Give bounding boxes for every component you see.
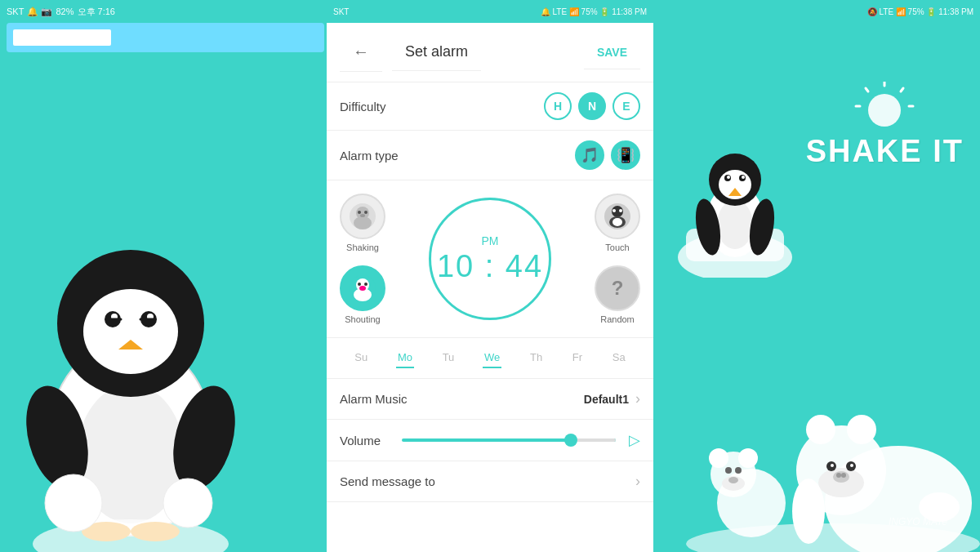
left-battery: 82% (56, 7, 74, 16)
shaking-icon (340, 194, 385, 239)
status-bar-right: 🔕 LTE 📶 75% 🔋 11:38 PM (653, 0, 980, 23)
alarm-music-chevron-icon: › (635, 390, 640, 407)
svg-line-39 (866, 88, 868, 91)
svg-point-29 (359, 286, 366, 291)
day-fr[interactable]: Fr (571, 348, 584, 368)
alarm-type-music-btn[interactable]: 🎵 (575, 140, 604, 170)
send-message-chevron-icon: › (635, 473, 640, 490)
volume-label: Volume (340, 434, 389, 447)
screen-title: Set alarm (392, 33, 481, 71)
touch-label: Touch (605, 243, 629, 252)
back-button[interactable]: ← (340, 33, 382, 72)
mid-carrier: SKT (333, 7, 349, 16)
svg-point-75 (735, 467, 742, 474)
clock-ampm: PM (482, 234, 499, 247)
days-row: Su Mo Tu We Th Fr Sa (327, 338, 653, 379)
day-su[interactable]: Su (353, 348, 369, 368)
alarm-screen: ← Set alarm SAVE Difficulty H N E Alarm … (327, 23, 653, 552)
left-search-bar[interactable] (7, 23, 324, 52)
svg-point-64 (833, 471, 849, 483)
left-time: 오후 7:16 (78, 6, 115, 18)
difficulty-row: Difficulty H N E (327, 82, 653, 131)
volume-track-bg (573, 438, 616, 442)
svg-point-22 (364, 211, 368, 214)
shake-it-title: SHAKE IT (806, 134, 964, 169)
status-bar-left: SKT 🔔 📷 82% 오후 7:16 (0, 0, 331, 23)
left-icons: 🔔 📷 (27, 7, 52, 17)
alarm-type-label: Alarm type (340, 149, 399, 162)
save-button[interactable]: SAVE (584, 36, 640, 69)
clock-time: 10 : 44 (437, 249, 543, 284)
svg-point-66 (841, 473, 846, 478)
sun-icon (852, 82, 917, 131)
svg-point-76 (728, 477, 738, 483)
status-bar-mid: SKT 🔔 LTE 📶 75% 🔋 11:38 PM (327, 0, 653, 23)
left-carrier: SKT (7, 7, 24, 16)
difficulty-btn-e[interactable]: E (612, 92, 640, 120)
svg-point-16 (45, 474, 102, 532)
svg-point-20 (354, 216, 372, 229)
random-btn[interactable]: ? Random (595, 265, 640, 324)
touch-icon (595, 194, 640, 239)
animal-grid-right: Touch ? Random (595, 194, 640, 324)
alarm-music-value-container: Default1 › (584, 390, 640, 407)
alarm-type-vibrate-btn[interactable]: 📳 (611, 140, 640, 170)
day-tu[interactable]: Tu (441, 348, 457, 368)
svg-point-51 (742, 176, 745, 179)
animal-grid-left: Shaking (340, 194, 385, 324)
svg-point-63 (850, 464, 853, 467)
alarm-music-row[interactable]: Alarm Music Default1 › (327, 379, 653, 420)
play-icon[interactable]: ▷ (629, 431, 640, 449)
difficulty-btn-n[interactable]: N (578, 92, 606, 120)
alarm-header: ← Set alarm SAVE (327, 23, 653, 82)
send-message-label: Send message to (340, 474, 435, 488)
svg-point-32 (612, 209, 616, 212)
volume-slider[interactable] (402, 438, 616, 442)
svg-point-58 (847, 415, 876, 444)
svg-point-74 (725, 467, 732, 474)
day-mo[interactable]: Mo (396, 348, 414, 368)
shaking-btn[interactable]: Shaking (340, 194, 385, 252)
day-th[interactable]: Th (528, 348, 544, 368)
svg-point-45 (717, 200, 753, 249)
difficulty-btn-h[interactable]: H (544, 92, 572, 120)
random-label: Random (600, 314, 635, 324)
time-animal-section: Shaking (327, 180, 653, 338)
svg-point-33 (619, 209, 622, 212)
svg-point-62 (831, 464, 834, 467)
day-sa[interactable]: Sa (611, 348, 627, 368)
touch-btn[interactable]: Touch (595, 194, 640, 252)
right-panel: 🔕 LTE 📶 75% 🔋 11:38 PM SHAKE IT (653, 0, 980, 552)
day-we[interactable]: We (483, 348, 501, 368)
svg-point-28 (364, 283, 368, 286)
shake-it-section: SHAKE IT (806, 82, 964, 169)
mid-right-icons: 🔔 LTE 📶 75% 🔋 11:38 PM (541, 7, 647, 16)
alarm-type-icons: 🎵 📳 (575, 140, 640, 170)
svg-point-27 (358, 283, 361, 286)
clock-display[interactable]: PM 10 : 44 (429, 198, 551, 320)
difficulty-label: Difficulty (340, 100, 385, 114)
svg-point-35 (612, 218, 622, 226)
penguin-right-illustration (662, 114, 808, 278)
svg-point-72 (738, 448, 758, 468)
svg-point-21 (358, 211, 361, 214)
svg-line-37 (901, 88, 903, 91)
alarm-type-row: Alarm type 🎵 📳 (327, 131, 653, 180)
right-status-text: 🔕 LTE 📶 75% 🔋 11:38 PM (867, 7, 973, 16)
volume-thumb[interactable] (564, 434, 577, 447)
svg-point-71 (709, 448, 728, 468)
svg-point-65 (836, 473, 841, 478)
svg-point-57 (806, 415, 835, 444)
shouting-label: Shouting (345, 314, 380, 324)
shouting-btn[interactable]: Shouting (340, 265, 385, 324)
random-icon: ? (595, 265, 640, 311)
alarm-music-value: Default1 (584, 393, 629, 406)
polar-bears-illustration (670, 291, 980, 552)
shouting-icon (340, 265, 385, 311)
difficulty-buttons: H N E (544, 92, 640, 120)
svg-point-50 (727, 176, 730, 179)
send-message-row[interactable]: Send message to › (327, 461, 653, 502)
ingyo-mate-text: INGYO MATe (889, 516, 947, 528)
alarm-music-label: Alarm Music (340, 392, 408, 406)
penguin-illustration-left (16, 144, 245, 552)
